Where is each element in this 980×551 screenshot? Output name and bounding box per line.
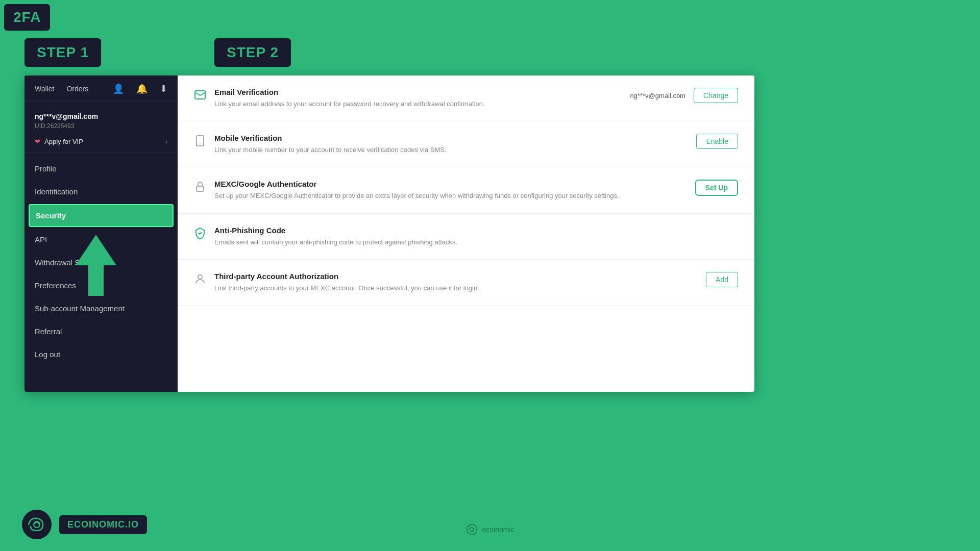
third-party-desc: Link third-party accounts to your MEXC a…: [214, 284, 698, 293]
svg-rect-3: [197, 186, 204, 191]
sidebar-item-preferences[interactable]: Preferences: [24, 274, 178, 297]
nav-orders[interactable]: Orders: [66, 85, 88, 93]
step1-badge: STEP 1: [24, 38, 101, 67]
google-auth-desc: Set up your MEXC/Google Authenticator to…: [214, 191, 687, 201]
mobile-verification-action: Enable: [696, 134, 738, 149]
footer-brand: ecoinomic: [465, 523, 514, 536]
change-email-button[interactable]: Change: [694, 88, 738, 103]
phone-icon: [194, 135, 206, 147]
twofa-badge: 2FA: [4, 4, 50, 31]
sidebar-item-referral[interactable]: Referral: [24, 320, 178, 343]
top-nav: Wallet Orders 👤 🔔 ⬇ Eng: [24, 76, 178, 102]
mail-icon: [194, 89, 206, 101]
sidebar-item-identification[interactable]: Identification: [24, 180, 178, 203]
third-party-action: Add: [706, 272, 738, 287]
google-auth-title: MEXC/Google Authenticator: [214, 180, 687, 188]
lock-icon: [194, 181, 206, 193]
brand-name: ECOINOMIC.IO: [59, 515, 147, 534]
email-verification-section: Email Verification Link your email addre…: [178, 76, 754, 121]
bell-icon[interactable]: 🔔: [136, 83, 148, 94]
apply-vip-button[interactable]: ❤ Apply for VIP ›: [35, 136, 167, 147]
user-info: ng***v@gmail.com UID:26225493 ❤ Apply fo…: [24, 102, 178, 153]
mobile-verification-desc: Link your mobile number to your account …: [214, 145, 688, 155]
main-content: Email Verification Link your email addre…: [178, 76, 754, 392]
email-verification-desc: Link your email address to your account …: [214, 99, 622, 109]
third-party-title: Third-party Account Authorization: [214, 272, 698, 281]
google-auth-section: MEXC/Google Authenticator Set up your ME…: [178, 167, 754, 213]
anti-phishing-body: Anti-Phishing Code Emails sent will cont…: [214, 226, 730, 247]
branding-area: ECOINOMIC.IO: [20, 508, 147, 541]
setup-authenticator-button[interactable]: Set Up: [695, 180, 738, 196]
anti-phishing-title: Anti-Phishing Code: [214, 226, 730, 235]
sidebar: Wallet Orders 👤 🔔 ⬇ Eng ng***v@gmail.com…: [24, 76, 178, 392]
nav-wallet[interactable]: Wallet: [35, 85, 54, 93]
mobile-verification-section: Mobile Verification Link your mobile num…: [178, 121, 754, 167]
mobile-verification-title: Mobile Verification: [214, 134, 688, 142]
user-icon[interactable]: 👤: [113, 83, 124, 94]
anti-phishing-desc: Emails sent will contain your anti-phish…: [214, 238, 730, 247]
download-icon[interactable]: ⬇: [160, 83, 167, 94]
third-party-body: Third-party Account Authorization Link t…: [214, 272, 698, 293]
step2-badge: STEP 2: [214, 38, 291, 67]
sidebar-item-withdrawal[interactable]: Withdrawal Settings: [24, 251, 178, 274]
anti-phishing-section: Anti-Phishing Code Emails sent will cont…: [178, 214, 754, 260]
svg-point-7: [21, 509, 52, 540]
brand-logo-icon: [20, 508, 53, 541]
footer-logo-icon: [465, 523, 478, 536]
footer-brand-text: ecoinomic: [482, 525, 514, 534]
app-window: Wallet Orders 👤 🔔 ⬇ Eng ng***v@gmail.com…: [24, 76, 754, 392]
google-auth-action: Set Up: [695, 180, 738, 196]
svg-marker-6: [909, 199, 949, 260]
email-verification-action: ng***v@gmail.com Change: [630, 88, 738, 103]
user-uid: UID:26225493: [35, 122, 167, 130]
svg-point-9: [467, 524, 477, 535]
third-party-section: Third-party Account Authorization Link t…: [178, 260, 754, 306]
heart-icon: ❤: [35, 138, 40, 145]
sidebar-item-security[interactable]: Security: [29, 204, 174, 227]
user-link-icon: [194, 273, 206, 285]
svg-point-2: [200, 143, 201, 144]
email-verification-body: Email Verification Link your email addre…: [214, 88, 622, 109]
setup-arrow: [909, 199, 949, 262]
sidebar-item-api[interactable]: API: [24, 228, 178, 251]
mobile-verification-body: Mobile Verification Link your mobile num…: [214, 134, 688, 155]
svg-point-4: [198, 275, 202, 279]
sidebar-item-logout[interactable]: Log out: [24, 343, 178, 366]
add-third-party-button[interactable]: Add: [706, 272, 738, 287]
email-display: ng***v@gmail.com: [630, 92, 685, 99]
user-email: ng***v@gmail.com: [35, 112, 167, 120]
shield-icon: [194, 227, 206, 239]
nav-menu: Profile Identification Security API With…: [24, 153, 178, 392]
sidebar-item-profile[interactable]: Profile: [24, 157, 178, 180]
enable-mobile-button[interactable]: Enable: [696, 134, 738, 149]
email-verification-title: Email Verification: [214, 88, 622, 96]
chevron-right-icon: ›: [165, 138, 167, 145]
sidebar-item-subaccount[interactable]: Sub-account Management: [24, 297, 178, 320]
google-auth-body: MEXC/Google Authenticator Set up your ME…: [214, 180, 687, 201]
